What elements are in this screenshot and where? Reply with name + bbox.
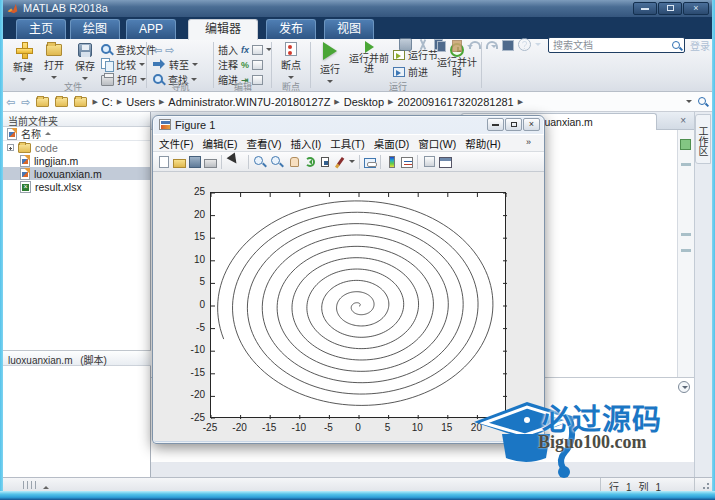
- brush-icon[interactable]: [337, 157, 345, 166]
- minimize-button[interactable]: [633, 2, 657, 15]
- file-row-code[interactable]: code: [3, 141, 150, 154]
- back-icon[interactable]: ⇦: [6, 96, 15, 108]
- editor-scrollbar[interactable]: [677, 130, 694, 377]
- insert-colorbar-icon[interactable]: [389, 156, 395, 168]
- search-input[interactable]: [551, 38, 669, 52]
- figure-restore-button[interactable]: [505, 118, 522, 131]
- back-icon[interactable]: ⇦: [153, 44, 162, 56]
- search-icon[interactable]: [671, 40, 682, 51]
- grip-caret-icon[interactable]: [43, 483, 49, 489]
- forward-icon[interactable]: ⇨: [21, 96, 30, 108]
- lower-panel-menu-icon[interactable]: [678, 381, 690, 393]
- hide-plot-tools-icon[interactable]: [424, 156, 435, 167]
- show-plot-tools-icon[interactable]: [439, 157, 452, 168]
- menu-window[interactable]: 窗口(W): [418, 136, 456, 151]
- advance-button[interactable]: 前进: [393, 64, 428, 79]
- breadcrumb-current[interactable]: 2020091617320281281: [398, 96, 514, 108]
- goto-button[interactable]: 转至: [153, 57, 198, 72]
- expand-icon[interactable]: [7, 144, 14, 151]
- maximize-button[interactable]: [658, 2, 682, 15]
- y-tick-label: 25: [179, 186, 205, 197]
- breadcrumb-drive[interactable]: C:: [102, 96, 113, 108]
- pan-icon[interactable]: [290, 157, 299, 167]
- tab-apps[interactable]: APP: [126, 19, 176, 39]
- brush-caret-icon[interactable]: [349, 160, 355, 166]
- back-forward-buttons[interactable]: ⇦⇨: [153, 42, 174, 57]
- menu-view[interactable]: 查看(V): [246, 136, 281, 151]
- new-button[interactable]: 新建: [9, 41, 37, 85]
- figure-close-button[interactable]: ×: [523, 118, 540, 131]
- up-folder-icon[interactable]: [36, 97, 49, 107]
- save-button[interactable]: 保存: [71, 41, 99, 84]
- sign-in-link[interactable]: 登录: [690, 38, 710, 53]
- address-search-icon[interactable]: [697, 96, 708, 107]
- open-file-icon[interactable]: [173, 159, 186, 168]
- tab-editor[interactable]: 编辑器: [188, 19, 258, 40]
- copy-icon[interactable]: [433, 38, 446, 51]
- open-button[interactable]: 打开: [40, 41, 68, 83]
- redo-icon[interactable]: [484, 38, 497, 51]
- panel-grip-icon[interactable]: [23, 481, 39, 489]
- resize-grip-icon[interactable]: [701, 481, 710, 490]
- run-button[interactable]: 运行: [315, 41, 345, 87]
- breadcrumb-admin[interactable]: Administrator.WIN7U-20180127Z: [168, 96, 330, 108]
- find-files-button[interactable]: 查找文件: [101, 42, 156, 57]
- menu-help[interactable]: 帮助(H): [465, 136, 501, 151]
- insert-button[interactable]: 插入fx: [218, 42, 272, 57]
- tab-home[interactable]: 主页: [16, 19, 66, 39]
- name-column-header[interactable]: 名称: [3, 127, 150, 141]
- undo-icon[interactable]: [467, 38, 480, 51]
- doc-search-box[interactable]: [548, 37, 685, 53]
- close-button[interactable]: ×: [683, 2, 709, 15]
- code-health-indicator[interactable]: [680, 139, 691, 150]
- editor-close-icon[interactable]: ×: [680, 115, 686, 126]
- help-icon[interactable]: ?: [518, 38, 531, 51]
- workspace-tab[interactable]: 工作区: [695, 114, 711, 164]
- figure-title-bar[interactable]: Figure 1 ×: [153, 116, 544, 134]
- cursor-position: 行1列1: [600, 478, 695, 491]
- insert-legend-icon[interactable]: [401, 157, 413, 168]
- address-caret-icon[interactable]: [686, 100, 692, 106]
- y-tick-label: 15: [179, 231, 205, 242]
- comment-button[interactable]: 注释%: [218, 57, 263, 72]
- tab-view[interactable]: 视图: [324, 19, 374, 39]
- tab-plots[interactable]: 绘图: [70, 19, 120, 39]
- insert-image-icon: [252, 45, 263, 55]
- paste-icon[interactable]: [450, 38, 463, 51]
- zoom-out-icon[interactable]: [270, 155, 285, 169]
- menu-desktop[interactable]: 桌面(D): [374, 136, 410, 151]
- menu-overflow-icon[interactable]: »: [526, 137, 531, 147]
- new-figure-icon[interactable]: [159, 156, 169, 168]
- save-icon[interactable]: [399, 38, 412, 51]
- rotate-3d-icon[interactable]: [305, 157, 315, 167]
- browse-folder-icon[interactable]: [55, 97, 68, 107]
- file-row-result[interactable]: result.xlsx: [3, 180, 150, 193]
- menu-tools[interactable]: 工具(T): [330, 136, 364, 151]
- zoom-in-icon[interactable]: [253, 155, 268, 169]
- figure-minimize-button[interactable]: [487, 118, 504, 131]
- cut-icon[interactable]: [416, 38, 429, 51]
- save-figure-icon[interactable]: [189, 156, 201, 168]
- menu-edit[interactable]: 编辑(E): [202, 136, 237, 151]
- x-tick-label: 10: [404, 422, 430, 433]
- data-cursor-icon[interactable]: [321, 157, 329, 167]
- y-tick-label: 0: [179, 299, 205, 310]
- menu-insert[interactable]: 插入(I): [290, 136, 321, 151]
- breadcrumb-users[interactable]: Users: [126, 96, 155, 108]
- edit-plot-icon[interactable]: [227, 152, 244, 170]
- print-figure-icon[interactable]: [204, 159, 217, 168]
- compare-button[interactable]: 比较: [101, 57, 145, 72]
- breadcrumb-desktop[interactable]: Desktop: [344, 96, 384, 108]
- breakpoints-button[interactable]: 断点: [275, 41, 307, 83]
- forward-icon[interactable]: ⇨: [165, 44, 174, 56]
- quick-access-caret-icon[interactable]: [535, 43, 541, 49]
- run-advance-button[interactable]: 运行并前进: [349, 41, 389, 74]
- link-plot-icon[interactable]: [364, 158, 376, 168]
- figure-title: Figure 1: [175, 119, 215, 131]
- menu-file[interactable]: 文件(F): [159, 136, 193, 151]
- details-header: luoxuanxian.m (脚本): [3, 351, 151, 366]
- tab-publish[interactable]: 发布: [266, 19, 316, 39]
- layout-icon[interactable]: [501, 38, 514, 51]
- file-row-lingjian[interactable]: lingjian.m: [3, 154, 150, 167]
- file-row-luoxuanxian[interactable]: luoxuanxian.m: [3, 167, 150, 180]
